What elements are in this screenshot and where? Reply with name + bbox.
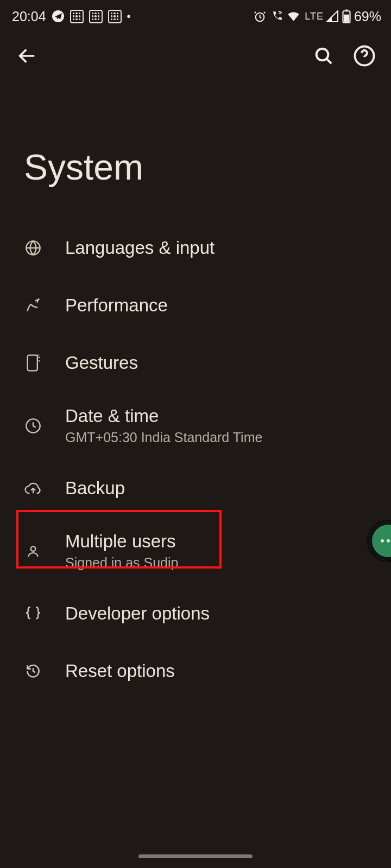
- status-time: 20:04: [12, 9, 46, 24]
- wifi-calling-icon: [270, 10, 283, 23]
- battery-icon: [342, 9, 351, 23]
- help-button[interactable]: [353, 44, 376, 69]
- search-button[interactable]: [313, 45, 335, 69]
- wifi-icon: [287, 10, 300, 23]
- menu-label: Backup: [65, 478, 125, 499]
- person-icon: [24, 543, 42, 559]
- menu-label: Gestures: [65, 353, 138, 373]
- alarm-icon: [253, 10, 267, 23]
- globe-icon: [24, 239, 42, 257]
- menu-label: Languages & input: [65, 238, 215, 258]
- svg-point-5: [317, 49, 329, 61]
- more-notifications-icon: •: [127, 11, 131, 22]
- page-title: System: [0, 81, 391, 219]
- menu-label: Reset options: [65, 661, 175, 681]
- notification-icon: [89, 10, 103, 23]
- gestures-icon: [24, 354, 42, 372]
- menu-sub: GMT+05:30 India Standard Time: [65, 430, 262, 445]
- svg-rect-9: [28, 355, 37, 371]
- svg-rect-3: [345, 10, 348, 11]
- status-bar: 20:04 • LTE 69%: [0, 0, 391, 33]
- menu-item-reset-options[interactable]: Reset options: [20, 642, 371, 700]
- navigation-handle[interactable]: [138, 854, 253, 858]
- back-button[interactable]: [16, 45, 38, 69]
- battery-percent: 69%: [354, 9, 381, 24]
- menu-item-performance[interactable]: Performance: [20, 277, 371, 334]
- lte-indicator: LTE: [305, 11, 324, 22]
- menu-item-backup[interactable]: Backup: [20, 459, 371, 517]
- svg-point-11: [31, 546, 36, 551]
- app-bar: [0, 33, 391, 81]
- svg-point-8: [37, 298, 39, 300]
- performance-icon: [24, 297, 42, 314]
- menu-item-date-time[interactable]: Date & time GMT+05:30 India Standard Tim…: [20, 392, 371, 459]
- menu-item-languages[interactable]: Languages & input: [20, 219, 371, 277]
- menu-item-developer-options[interactable]: Developer options: [20, 585, 371, 642]
- menu-item-gestures[interactable]: Gestures: [20, 334, 371, 392]
- telegram-icon: [52, 10, 65, 23]
- menu-label: Performance: [65, 295, 168, 316]
- menu-sub: Signed in as Sudip: [65, 555, 178, 571]
- more-icon: [381, 539, 391, 542]
- signal-icon: [326, 10, 339, 23]
- system-menu: Languages & input Performance Gestures D…: [0, 219, 391, 700]
- menu-item-multiple-users[interactable]: Multiple users Signed in as Sudip: [20, 517, 371, 585]
- braces-icon: [24, 605, 42, 622]
- notification-icon: [70, 10, 84, 23]
- svg-rect-4: [344, 15, 349, 22]
- menu-label: Date & time: [65, 406, 262, 426]
- history-icon: [24, 662, 42, 680]
- cloud-upload-icon: [24, 480, 42, 496]
- menu-label: Multiple users: [65, 531, 178, 552]
- menu-label: Developer options: [65, 603, 210, 624]
- clock-icon: [24, 417, 42, 435]
- notification-icon: [108, 10, 122, 23]
